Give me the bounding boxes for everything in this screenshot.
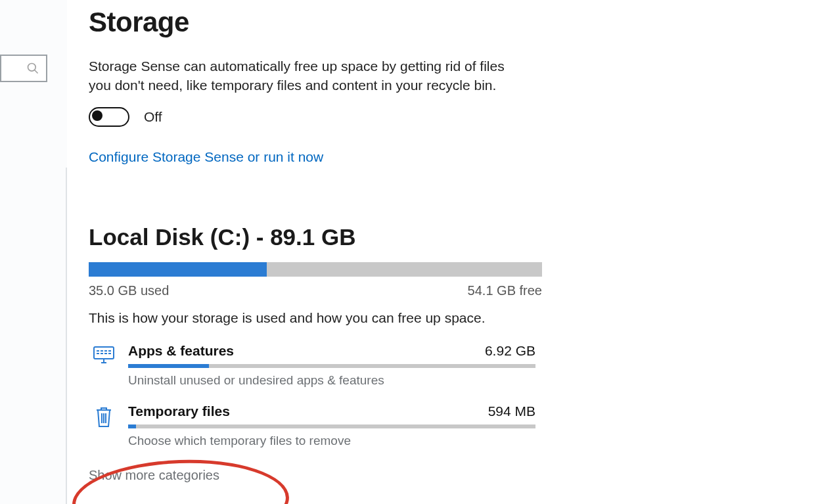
category-temporary-files[interactable]: Temporary files 594 MB Choose which temp… [89,403,535,448]
monitor-keyboard-icon [89,343,119,365]
category-bar [128,364,535,368]
storage-sense-description: Storage Sense can automatically free up … [89,57,522,95]
disk-usage-fill [89,262,267,277]
category-body: Temporary files 594 MB Choose which temp… [119,403,535,448]
sidebar-border-mask [66,0,67,168]
search-icon [26,62,39,75]
category-title: Temporary files [128,403,230,419]
category-size: 594 MB [488,403,535,419]
category-size: 6.92 GB [485,343,535,359]
trash-icon [89,403,119,428]
category-bar-fill [128,364,209,368]
category-bar-fill [128,424,136,428]
configure-storage-sense-link[interactable]: Configure Storage Sense or run it now [89,149,542,165]
svg-point-0 [28,64,36,72]
search-input[interactable] [0,55,47,82]
category-header: Temporary files 594 MB [128,403,535,419]
svg-line-1 [35,70,38,74]
main-content: Storage Storage Sense can automatically … [89,0,818,483]
disk-free-label: 54.1 GB free [468,283,542,298]
category-subtitle: Uninstall unused or undesired apps & fea… [128,373,535,388]
category-header: Apps & features 6.92 GB [128,343,535,359]
storage-sense-toggle-row: Off [89,107,542,127]
disk-header: Local Disk (C:) - 89.1 GB [89,224,542,250]
disk-usage-bar [89,262,542,277]
category-subtitle: Choose which temporary files to remove [128,434,535,448]
disk-meta: 35.0 GB used 54.1 GB free [89,283,542,298]
category-apps-and-features[interactable]: Apps & features 6.92 GB Uninstall unused… [89,343,535,388]
page-title: Storage [89,7,542,38]
sidebar [0,0,67,504]
toggle-state-label: Off [144,109,162,125]
disk-used-label: 35.0 GB used [89,283,169,298]
storage-sense-toggle[interactable] [89,107,129,127]
show-more-categories-link[interactable]: Show more categories [89,468,219,483]
category-body: Apps & features 6.92 GB Uninstall unused… [119,343,535,388]
category-bar [128,424,535,428]
disk-hint: This is how your storage is used and how… [89,310,542,326]
category-title: Apps & features [128,343,234,359]
toggle-knob [92,110,102,121]
